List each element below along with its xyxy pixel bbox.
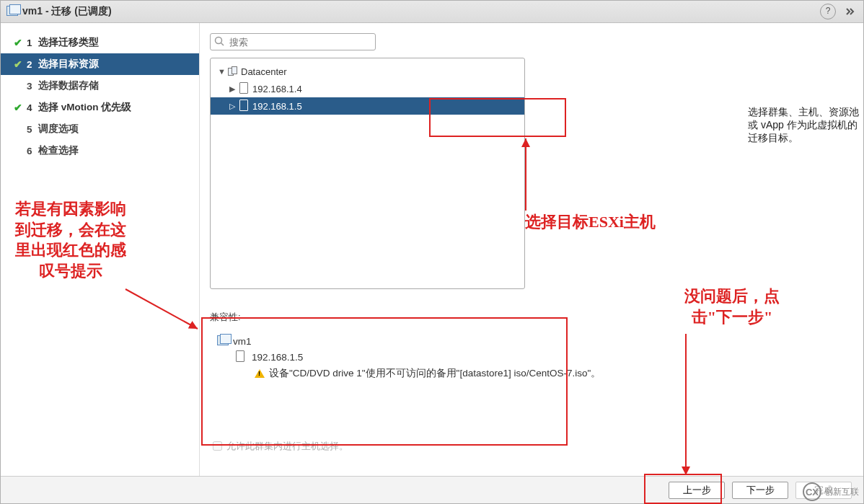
wizard-step-6[interactable]: ✔ 6 检查选择: [1, 140, 199, 162]
wizard-step-4[interactable]: ✔ 4 选择 vMotion 优先级: [1, 97, 199, 118]
search-icon: [214, 36, 224, 48]
wizard-step-2[interactable]: ✔ 2 选择目标资源: [1, 53, 199, 75]
datacenter-icon: [228, 66, 241, 77]
tree-node-host[interactable]: ▶ 192.168.1.4: [211, 80, 524, 97]
compat-host-name: 192.168.1.5: [252, 352, 303, 363]
wizard-step-5[interactable]: ✔ 5 调度选项: [1, 118, 199, 140]
compatibility-section: 兼容性: vm1 192.168.1.5 设备"CD/DVD drive 1"使…: [210, 311, 849, 453]
compat-vm-row: vm1: [217, 335, 840, 348]
tree-node-datacenter[interactable]: ▼ Datacenter: [211, 63, 524, 80]
search-input[interactable]: [210, 33, 376, 50]
wizard-steps-sidebar: ✔ 1 选择迁移类型 ✔ 2 选择目标资源 ✔ 3 选择数据存储 ✔ 4 选择 …: [1, 23, 200, 476]
expand-button[interactable]: [843, 4, 858, 19]
compat-warning-row: 设备"CD/DVD drive 1"使用不可访问的备用"[datastore1]…: [217, 367, 840, 380]
window-title: vm1 - 迁移 (已调度): [22, 5, 112, 18]
back-button[interactable]: 上一步: [669, 482, 725, 499]
page-instruction: 选择群集、主机、资源池或 vApp 作为此虚拟机的迁移目标。: [748, 106, 863, 145]
wizard-step-3[interactable]: ✔ 3 选择数据存储: [1, 75, 199, 97]
chevron-down-icon[interactable]: ▼: [218, 67, 228, 76]
svg-line-1: [221, 43, 224, 46]
vm-icon: [6, 6, 18, 17]
titlebar: vm1 - 迁移 (已调度) ?: [1, 1, 863, 23]
allow-host-selection-checkbox: [213, 441, 222, 451]
migration-wizard-window: vm1 - 迁移 (已调度) ? ✔ 1 选择迁移类型 ✔ 2 选择目标资源 ✔…: [0, 0, 864, 504]
watermark: CX 创新互联: [803, 482, 859, 501]
tree-node-label: 192.168.1.5: [252, 101, 302, 112]
tree-node-host[interactable]: ▷ 192.168.1.5: [211, 97, 524, 115]
warning-icon: [255, 369, 265, 378]
checkmark-icon: ✔: [14, 37, 27, 48]
watermark-icon: CX: [803, 482, 821, 501]
allow-host-selection-row: 允许此群集内进行主机选择。: [210, 439, 849, 453]
compat-host-row: 192.168.1.5: [217, 350, 840, 364]
next-button[interactable]: 下一步: [732, 482, 788, 499]
chevron-right-icon[interactable]: ▷: [229, 102, 239, 111]
host-icon: [239, 100, 252, 113]
wizard-footer: 上一步 下一步 完成: [1, 476, 863, 503]
allow-host-selection-label: 允许此群集内进行主机选择。: [226, 440, 348, 453]
compatibility-box: vm1 192.168.1.5 设备"CD/DVD drive 1"使用不可访问…: [210, 327, 847, 438]
svg-point-0: [216, 37, 222, 44]
checkmark-icon: ✔: [14, 58, 27, 70]
search-field-wrap: [210, 33, 376, 50]
tree-node-label: Datacenter: [241, 66, 287, 77]
wizard-body: ✔ 1 选择迁移类型 ✔ 2 选择目标资源 ✔ 3 选择数据存储 ✔ 4 选择 …: [1, 23, 863, 476]
vm-icon: [217, 335, 233, 348]
wizard-main-panel: ▼ Datacenter ▶ 192.168.1.4 ▷ 192.168.1.5…: [200, 23, 863, 476]
help-button[interactable]: ?: [820, 4, 836, 19]
chevron-right-icon[interactable]: ▶: [229, 84, 239, 94]
watermark-text: 创新互联: [824, 486, 859, 498]
tree-node-label: 192.168.1.4: [252, 84, 302, 94]
host-icon: [236, 350, 252, 364]
checkmark-icon: ✔: [14, 102, 27, 113]
compat-warning-text: 设备"CD/DVD drive 1"使用不可访问的备用"[datastore1]…: [269, 367, 601, 380]
compat-vm-name: vm1: [233, 336, 252, 347]
wizard-step-1[interactable]: ✔ 1 选择迁移类型: [1, 32, 199, 53]
compatibility-title: 兼容性:: [210, 311, 849, 324]
resource-tree-panel: ▼ Datacenter ▶ 192.168.1.4 ▷ 192.168.1.5: [210, 58, 525, 289]
host-icon: [239, 82, 252, 96]
